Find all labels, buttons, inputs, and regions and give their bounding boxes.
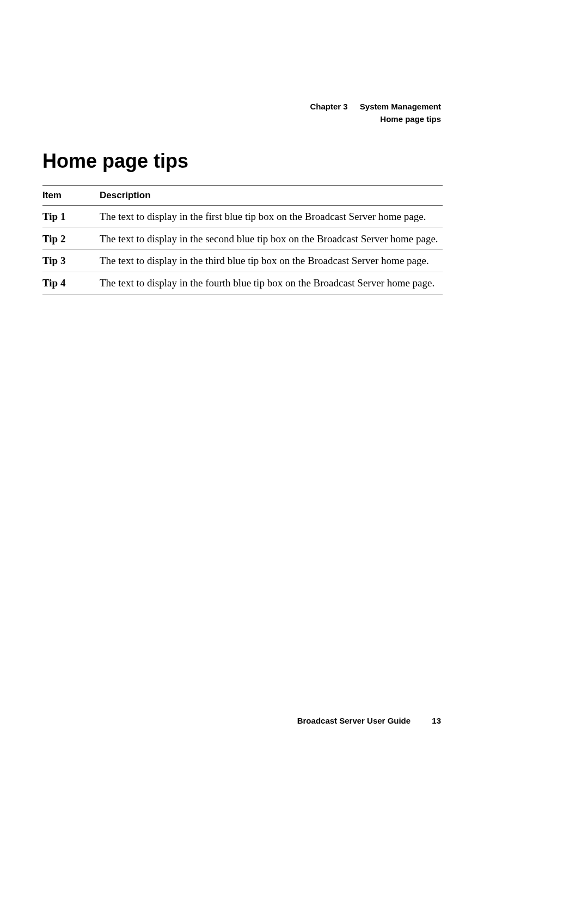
table-row: Tip 2 The text to display in the second … — [42, 228, 443, 250]
footer-doc-title: Broadcast Server User Guide — [297, 716, 411, 725]
page-header: Chapter 3 System Management Home page ti… — [310, 101, 441, 125]
cell-item: Tip 2 — [42, 228, 100, 250]
cell-description: The text to display in the second blue t… — [100, 228, 443, 250]
header-subtitle: Home page tips — [310, 113, 441, 126]
footer-page-number: 13 — [432, 716, 441, 725]
chapter-label: Chapter 3 — [310, 102, 347, 111]
cell-item: Tip 3 — [42, 250, 100, 272]
table-row: Tip 3 The text to display in the third b… — [42, 250, 443, 272]
table-header-description: Description — [100, 186, 443, 206]
cell-item: Tip 1 — [42, 206, 100, 228]
cell-description: The text to display in the third blue ti… — [100, 250, 443, 272]
tips-table: Item Description Tip 1 The text to displ… — [42, 185, 443, 295]
table-header-item: Item — [42, 186, 100, 206]
cell-item: Tip 4 — [42, 272, 100, 294]
page-title: Home page tips — [42, 150, 188, 173]
table-row: Tip 4 The text to display in the fourth … — [42, 272, 443, 294]
cell-description: The text to display in the first blue ti… — [100, 206, 443, 228]
chapter-title: System Management — [360, 102, 441, 111]
table-row: Tip 1 The text to display in the first b… — [42, 206, 443, 228]
cell-description: The text to display in the fourth blue t… — [100, 272, 443, 294]
page-footer: Broadcast Server User Guide 13 — [297, 716, 441, 725]
tips-table-container: Item Description Tip 1 The text to displ… — [42, 185, 443, 295]
